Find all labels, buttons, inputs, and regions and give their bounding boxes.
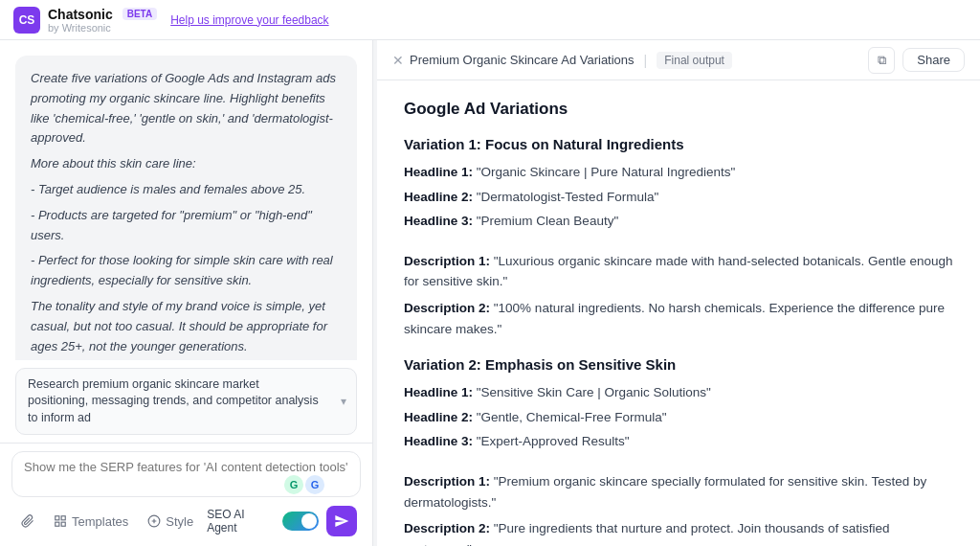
- beta-badge: BETA: [122, 8, 157, 20]
- chat-line-5: - Perfect for those looking for simple s…: [31, 251, 342, 291]
- right-content: Google Ad Variations Variation 1: Focus …: [377, 80, 980, 546]
- svg-rect-1: [61, 516, 65, 520]
- top-bar: CS Chatsonic BETA by Writesonic Help us …: [0, 0, 980, 40]
- chat-line-6: The tonality and style of my brand voice…: [31, 297, 342, 356]
- variation-1-heading: Variation 1: Focus on Natural Ingredient…: [404, 136, 953, 152]
- tab-close-button[interactable]: ✕: [392, 53, 404, 68]
- logo-area: CS Chatsonic BETA by Writesonic: [13, 7, 157, 34]
- template-icon: [54, 514, 67, 528]
- tab-status: Final output: [657, 52, 732, 69]
- style-button[interactable]: Style: [142, 512, 199, 532]
- left-panel: Create five variations of Google Ads and…: [0, 40, 373, 546]
- input-wrapper: G G: [11, 451, 361, 500]
- v1-headline-1: Headline 1: "Organic Skincare | Pure Nat…: [404, 162, 953, 183]
- svg-rect-2: [61, 522, 65, 526]
- style-icon: [147, 514, 161, 528]
- svg-rect-3: [56, 522, 59, 526]
- chat-line-2: More about this skin care line:: [31, 154, 342, 174]
- share-button[interactable]: Share: [902, 48, 965, 72]
- g-green-icon: G: [284, 475, 303, 494]
- paperclip-icon: [21, 514, 34, 528]
- main-heading: Google Ad Variations: [404, 100, 953, 119]
- right-panel: ✕ Premium Organic Skincare Ad Variations…: [377, 40, 980, 546]
- brand-sub: by Writesonic: [48, 22, 157, 34]
- variation-1: Variation 1: Focus on Natural Ingredient…: [404, 136, 953, 339]
- bottom-bar: Templates Style SEO AI Agent: [11, 500, 361, 536]
- style-label: Style: [166, 514, 193, 529]
- chat-line-4: - Products are targeted for "premium" or…: [31, 206, 342, 246]
- v2-desc-2: Description 2: "Pure ingredients that nu…: [404, 518, 953, 546]
- v2-headline-3: Headline 3: "Expert-Approved Results": [404, 431, 953, 452]
- chat-content: Create five variations of Google Ads and…: [0, 40, 372, 360]
- svg-rect-0: [56, 516, 59, 520]
- copy-button[interactable]: ⧉: [868, 47, 895, 74]
- tab-title: Premium Organic Skincare Ad Variations: [410, 53, 635, 67]
- chat-line-1: Create five variations of Google Ads and…: [31, 69, 342, 148]
- g-blue-icon: G: [305, 475, 324, 494]
- v2-headline-2: Headline 2: "Gentle, Chemical-Free Formu…: [404, 407, 953, 428]
- v2-headline-1: Headline 1: "Sensitive Skin Care | Organ…: [404, 382, 953, 403]
- main-layout: Create five variations of Google Ads and…: [0, 40, 980, 546]
- v1-headline-3: Headline 3: "Premium Clean Beauty": [404, 211, 953, 232]
- templates-button[interactable]: Templates: [48, 512, 134, 532]
- seo-agent-toggle[interactable]: [282, 512, 319, 531]
- right-tab-bar: ✕ Premium Organic Skincare Ad Variations…: [377, 40, 980, 80]
- chat-bubble: Create five variations of Google Ads and…: [15, 56, 357, 360]
- g-icons: G G: [284, 475, 324, 494]
- tab-actions: ⧉ Share: [868, 47, 965, 74]
- chat-line-3: - Target audience is males and females a…: [31, 180, 342, 200]
- brand-name: Chatsonic: [48, 7, 113, 22]
- tab-separator: |: [644, 53, 648, 68]
- v1-headline-2: Headline 2: "Dermatologist-Tested Formul…: [404, 187, 953, 208]
- attachment-button[interactable]: [15, 512, 40, 531]
- send-button[interactable]: [326, 506, 357, 536]
- v2-desc-1: Description 1: "Premium organic skincare…: [404, 471, 953, 512]
- seo-agent-label: SEO AI Agent: [207, 508, 277, 535]
- logo-icon: CS: [13, 7, 40, 34]
- v1-desc-1: Description 1: "Luxurious organic skinca…: [404, 251, 953, 292]
- suggested-prompt[interactable]: Research premium organic skincare market…: [15, 368, 357, 436]
- variation-2: Variation 2: Emphasis on Sensitive Skin …: [404, 356, 953, 546]
- templates-label: Templates: [72, 514, 128, 529]
- input-area: G G Templates: [0, 443, 372, 546]
- send-icon: [334, 513, 349, 529]
- seo-agent-toggle-area: SEO AI Agent: [207, 508, 319, 535]
- chevron-right-icon: ▾: [341, 393, 346, 409]
- variation-2-heading: Variation 2: Emphasis on Sensitive Skin: [404, 356, 953, 373]
- feedback-link[interactable]: Help us improve your feedback: [170, 13, 328, 27]
- v1-desc-2: Description 2: "100% natural ingredients…: [404, 298, 953, 339]
- suggested-prompt-text: Research premium organic skincare market…: [28, 377, 319, 424]
